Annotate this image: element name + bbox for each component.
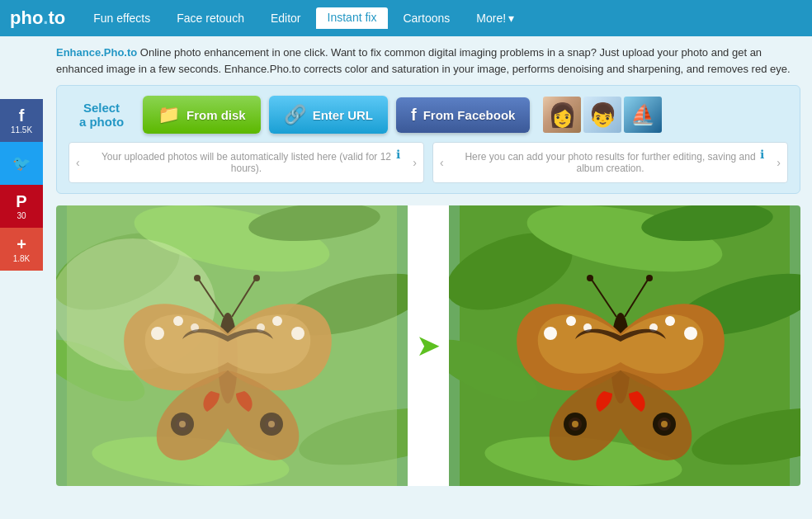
nav-cartoons[interactable]: Cartoons (391, 8, 461, 28)
nav-face-retouch[interactable]: Face retouch (165, 8, 256, 28)
results-left-arrow-icon[interactable]: ‹ (440, 156, 444, 169)
twitter-icon: 🐦 (12, 154, 31, 172)
facebook-count: 11.5K (11, 125, 32, 134)
twitter-share-button[interactable]: 🐦 (0, 142, 43, 185)
svg-point-36 (544, 327, 557, 340)
select-photo-label: Select a photo (68, 101, 135, 129)
sample-thumb-woman[interactable]: 👩 (543, 97, 581, 133)
arrow-divider: ➤ (408, 328, 449, 363)
original-butterfly-image (56, 205, 408, 486)
plus-count: 1.8K (13, 254, 31, 263)
disk-icon: 📁 (158, 104, 180, 125)
svg-point-44 (572, 421, 578, 427)
nav-instant-fix[interactable]: Instant fix (316, 7, 389, 29)
top-navigation: pho.to Fun effects Face retouch Editor I… (0, 0, 812, 36)
plus-icon: + (17, 235, 26, 254)
pinterest-share-button[interactable]: P 30 (0, 185, 43, 228)
upload-controls: Select a photo 📁 From disk 🔗 Enter URL f… (68, 96, 788, 134)
facebook-btn-icon: f (411, 106, 417, 125)
sample-thumb-boat[interactable]: ⛵ (624, 97, 662, 133)
uploaded-photos-queue: ‹ Your uploaded photos will be automatic… (68, 142, 424, 183)
original-image-panel (56, 205, 408, 486)
upload-queue-area: ‹ Your uploaded photos will be automatic… (68, 142, 788, 183)
facebook-share-button[interactable]: f 11.5K (0, 99, 43, 142)
logo[interactable]: pho.to (10, 7, 65, 29)
queue-left-info-icon[interactable]: ℹ (396, 148, 400, 161)
queue-right-arrow-icon[interactable]: › (413, 156, 417, 169)
logo-text: pho.to (10, 7, 65, 28)
dropdown-arrow-icon: ▾ (508, 12, 514, 25)
enhanced-image-panel (449, 205, 800, 486)
nav-fun-effects[interactable]: Fun effects (82, 8, 162, 28)
svg-point-51 (646, 275, 653, 281)
right-arrow-icon: ➤ (416, 328, 441, 363)
queue-left-arrow-icon[interactable]: ‹ (76, 156, 80, 169)
results-right-arrow-icon[interactable]: › (777, 156, 781, 169)
image-comparison-area: ➤ (56, 205, 800, 486)
brand-name: Enhance.Pho.to (56, 46, 137, 59)
enter-url-button[interactable]: 🔗 Enter URL (269, 96, 388, 134)
svg-point-47 (661, 421, 668, 427)
svg-point-37 (566, 316, 576, 326)
sample-thumbnails: 👩 👦 ⛵ (543, 97, 662, 133)
pinterest-icon: P (16, 192, 26, 211)
enhanced-butterfly-image (449, 205, 800, 486)
nav-more[interactable]: More! ▾ (465, 8, 526, 28)
results-info-icon[interactable]: ℹ (760, 148, 764, 161)
nav-items: Fun effects Face retouch Editor Instant … (82, 7, 526, 29)
upload-panel: Select a photo 📁 From disk 🔗 Enter URL f… (56, 85, 800, 194)
facebook-icon: f (19, 106, 25, 125)
main-content: Enhance.Pho.to Online photo enhancement … (45, 36, 812, 494)
svg-point-39 (684, 327, 697, 340)
upload-from-facebook-button[interactable]: f From Facebook (396, 97, 530, 133)
pinterest-count: 30 (17, 211, 26, 220)
results-queue: ‹ Here you can add your photo results fo… (432, 142, 788, 183)
plus-share-button[interactable]: + 1.8K (0, 228, 43, 271)
svg-point-49 (587, 275, 593, 281)
url-icon: 🔗 (284, 104, 306, 125)
svg-rect-26 (67, 205, 397, 486)
sample-thumb-man[interactable]: 👦 (583, 97, 621, 133)
nav-editor[interactable]: Editor (259, 8, 313, 28)
social-sidebar: f 11.5K 🐦 P 30 + 1.8K (0, 99, 43, 271)
upload-from-disk-button[interactable]: 📁 From disk (143, 96, 261, 134)
svg-point-40 (665, 316, 675, 326)
description-text: Enhance.Pho.to Online photo enhancement … (56, 45, 800, 77)
